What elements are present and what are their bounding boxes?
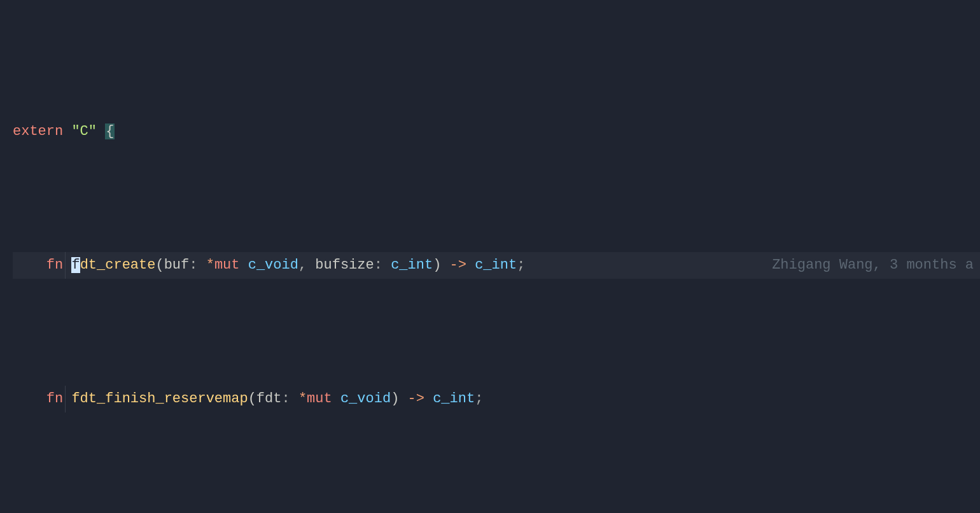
args: (fdt: *mut c_void) -> c_int; xyxy=(248,391,484,407)
text-cursor: f xyxy=(71,257,80,273)
open-brace: { xyxy=(105,123,115,139)
keyword-fn: fn xyxy=(46,391,63,407)
code-line: fn fdt_finish_reservemap(fdt: *mut c_voi… xyxy=(13,386,980,412)
git-blame-annotation: Zhigang Wang, 3 months a xyxy=(772,252,974,279)
function-name: fdt_create xyxy=(71,257,155,273)
keyword-fn: fn xyxy=(46,257,63,273)
code-line-current: fn fdt_create(buf: *mut c_void, bufsize:… xyxy=(13,252,980,279)
string-literal: "C" xyxy=(71,123,97,139)
function-name: fdt_finish_reservemap xyxy=(71,391,248,407)
keyword-extern: extern xyxy=(13,123,63,139)
indent-guide xyxy=(65,252,66,279)
code-line: extern "C" { xyxy=(13,118,980,145)
indent-guide xyxy=(65,386,66,412)
code-editor[interactable]: extern "C" { fn fdt_create(buf: *mut c_v… xyxy=(0,0,980,513)
args: (buf: *mut c_void, bufsize: c_int) -> c_… xyxy=(155,257,525,273)
